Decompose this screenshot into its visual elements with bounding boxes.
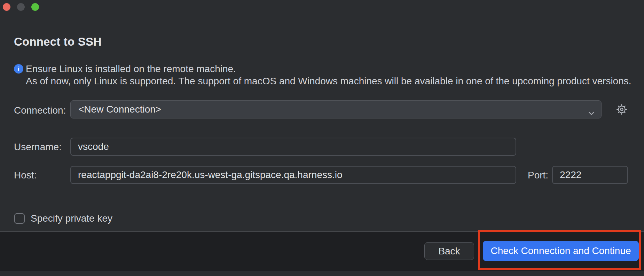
info-icon-glyph: i xyxy=(18,65,19,73)
minimize-button[interactable] xyxy=(17,3,25,11)
username-input[interactable] xyxy=(70,138,516,156)
page-title: Connect to SSH xyxy=(14,35,102,49)
connection-label: Connection: xyxy=(14,105,66,116)
close-button[interactable] xyxy=(3,3,10,11)
connect-to-ssh-dialog: Connect to SSH i Ensure Linux is install… xyxy=(0,0,644,276)
chevron-down-icon xyxy=(587,106,596,123)
host-label: Host: xyxy=(14,170,37,181)
username-label: Username: xyxy=(14,142,62,152)
zoom-button[interactable] xyxy=(31,3,39,11)
check-connection-and-continue-button[interactable]: Check Connection and Continue xyxy=(483,241,639,261)
gear-icon[interactable] xyxy=(616,104,628,115)
specify-private-key-checkbox[interactable] xyxy=(14,213,25,224)
port-label: Port: xyxy=(528,170,548,181)
connection-dropdown[interactable]: <New Connection> xyxy=(70,100,602,118)
host-input[interactable] xyxy=(70,166,516,184)
specify-private-key-label: Specify private key xyxy=(31,213,112,224)
info-icon: i xyxy=(14,64,23,74)
info-message: Ensure Linux is installed on the remote … xyxy=(26,63,631,87)
info-message-line1: Ensure Linux is installed on the remote … xyxy=(26,63,631,75)
back-button[interactable]: Back xyxy=(424,242,474,260)
connection-dropdown-value: <New Connection> xyxy=(78,101,161,118)
info-message-line2: As of now, only Linux is supported. The … xyxy=(26,75,631,87)
window-controls xyxy=(3,3,39,11)
port-input[interactable] xyxy=(552,166,628,184)
